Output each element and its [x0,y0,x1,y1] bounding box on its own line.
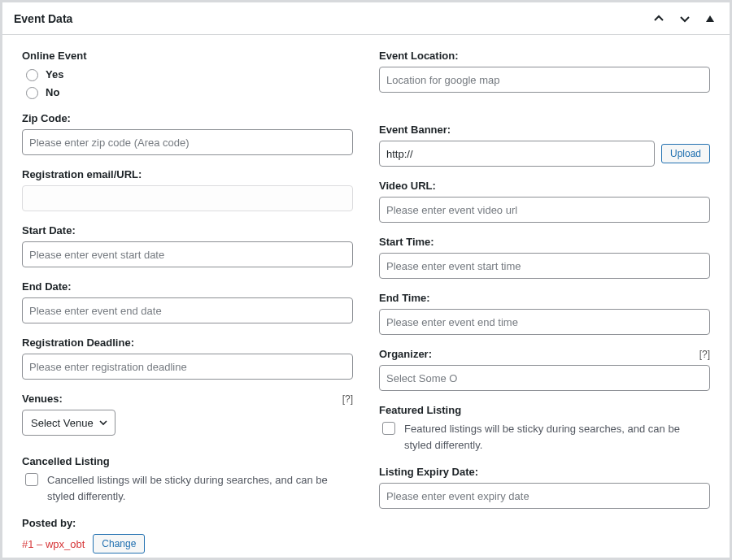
video-label: Video URL: [379,180,710,192]
posted-by-label: Posted by: [22,517,353,529]
start-date-input[interactable] [22,241,353,267]
start-time-input[interactable] [379,253,710,279]
cancelled-label: Cancelled Listing [22,455,353,467]
end-time-group: End Time: [379,292,710,335]
featured-label: Featured Listing [379,404,710,416]
registration-input[interactable] [22,185,353,211]
venues-select-value: Select Venue [31,417,94,429]
posted-by-group: Posted by: #1 – wpx_obt Change [22,517,353,553]
online-no-row: No [22,85,353,99]
banner-group: Event Banner: Upload [379,124,710,167]
panel-header-controls [650,11,718,26]
panel-header: Event Data [2,2,730,35]
chevron-down-icon [679,13,691,24]
event-data-panel: Event Data Online Event Yes [0,0,732,560]
start-time-label: Start Time: [379,236,710,248]
venues-help[interactable]: [?] [342,393,353,405]
right-column: Event Location: Event Banner: Upload Vid… [379,50,710,558]
venues-label-row: Venues: [?] [22,393,353,405]
cancelled-checkbox[interactable] [25,473,38,486]
venues-group: Venues: [?] Select Venue [22,393,353,436]
organizer-help[interactable]: [?] [699,349,710,360]
featured-text: Featured listings will be sticky during … [404,421,710,453]
cancelled-text: Cancelled listings will be sticky during… [47,472,353,504]
left-column: Online Event Yes No Zip Code: Registrati… [22,50,353,558]
end-time-label: End Time: [379,292,710,304]
zip-input[interactable] [22,129,353,155]
online-event-group: Online Event Yes No [22,50,353,99]
chevron-down-icon [98,418,108,428]
end-date-label: End Date: [22,280,353,293]
organizer-select-value: Select Some O [386,372,457,384]
deadline-input[interactable] [22,354,353,380]
panel-body: Online Event Yes No Zip Code: Registrati… [2,35,730,560]
cancelled-group: Cancelled Listing Cancelled listings wil… [22,455,353,504]
location-input[interactable] [379,67,710,93]
banner-label: Event Banner: [379,124,710,136]
start-date-label: Start Date: [22,224,353,237]
organizer-group: Organizer: [?] Select Some O [379,348,710,391]
online-event-label: Online Event [22,50,353,62]
organizer-label-row: Organizer: [?] [379,348,710,360]
change-button[interactable]: Change [93,534,145,553]
deadline-group: Registration Deadline: [22,336,353,380]
venues-select[interactable]: Select Venue [22,410,115,436]
featured-checkbox[interactable] [382,422,395,435]
expiry-input[interactable] [379,483,710,509]
move-up-button[interactable] [650,11,668,26]
zip-label: Zip Code: [22,112,353,124]
chevron-up-icon [653,13,664,24]
registration-group: Registration email/URL: [22,168,353,211]
zip-group: Zip Code: [22,112,353,155]
posted-by-value: #1 – wpx_obt [22,538,85,550]
organizer-select[interactable]: Select Some O [379,365,710,391]
location-group: Event Location: [379,50,710,93]
banner-input[interactable] [379,141,655,167]
online-yes-label: Yes [46,68,63,80]
deadline-label: Registration Deadline: [22,336,353,349]
location-label: Event Location: [379,50,710,62]
start-date-group: Start Date: [22,224,353,267]
online-no-label: No [46,86,59,98]
start-time-group: Start Time: [379,236,710,279]
video-input[interactable] [379,197,710,223]
triangle-up-icon [705,14,715,24]
organizer-label: Organizer: [379,348,432,360]
end-date-group: End Date: [22,280,353,323]
video-group: Video URL: [379,180,710,223]
online-yes-radio[interactable] [26,69,38,81]
end-date-input[interactable] [22,297,353,323]
online-yes-row: Yes [22,67,353,81]
move-down-button[interactable] [676,11,694,26]
collapse-toggle-button[interactable] [702,12,718,25]
expiry-group: Listing Expiry Date: [379,466,710,509]
online-no-radio[interactable] [26,87,38,99]
featured-group: Featured Listing Featured listings will … [379,404,710,453]
venues-label: Venues: [22,393,63,405]
upload-button[interactable]: Upload [661,144,710,163]
end-time-input[interactable] [379,309,710,335]
expiry-label: Listing Expiry Date: [379,466,710,478]
registration-label: Registration email/URL: [22,168,353,180]
panel-title: Event Data [14,12,72,25]
svg-marker-0 [706,15,714,22]
